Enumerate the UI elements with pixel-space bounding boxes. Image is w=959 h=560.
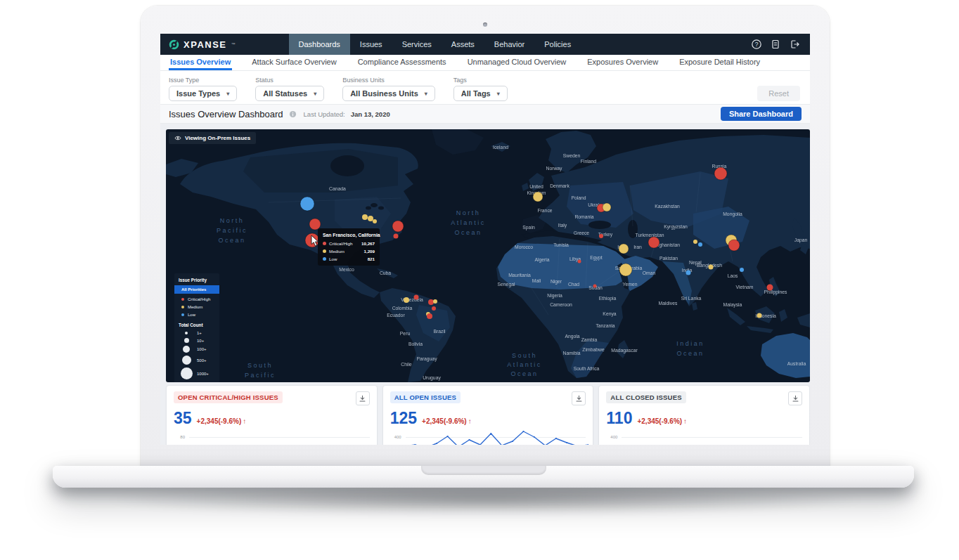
release-notes-icon[interactable] <box>770 39 781 50</box>
share-dashboard-button[interactable]: Share Dashboard <box>721 107 802 121</box>
issue-dot-red[interactable] <box>432 306 436 311</box>
nav-item-services[interactable]: Services <box>392 34 442 55</box>
issue-dot-yellow[interactable] <box>619 263 632 276</box>
tab-exposures-overview[interactable]: Exposures Overview <box>586 55 659 70</box>
country-label-senegal: Senegal <box>498 282 515 287</box>
issue-dot-yellow[interactable] <box>693 240 697 244</box>
issue-dot-red[interactable] <box>648 237 659 248</box>
legend-size-1: 1+ <box>179 330 215 337</box>
issue-dot-yellow[interactable] <box>404 297 409 303</box>
nav-item-behavior[interactable]: Behavior <box>484 34 534 55</box>
brand-logo[interactable]: XPANSE™ <box>160 34 244 55</box>
country-label-yemen: Yemen <box>623 282 638 287</box>
legend-size-label: 1+ <box>197 331 202 335</box>
ocean-label: Ocean <box>676 350 704 357</box>
country-label-egypt: Egypt <box>590 255 602 261</box>
issue-dot-yellow[interactable] <box>373 219 377 223</box>
country-label-kenya: Kenya <box>603 311 616 317</box>
download-button[interactable] <box>788 391 802 405</box>
issue-dot-red[interactable] <box>394 234 399 239</box>
card-value: 110 <box>606 409 632 427</box>
legend-priority-low[interactable]: Low <box>179 311 215 318</box>
issue-dot-blue[interactable] <box>740 268 744 272</box>
reset-button[interactable]: Reset <box>757 86 800 101</box>
stat-card-all-closed-issues: ALL CLOSED ISSUES110+2,345(-9.6%)↑400300 <box>598 385 810 445</box>
business-units-dropdown[interactable]: All Business Units▾ <box>342 86 435 101</box>
country-label-mexico: Mexico <box>339 267 354 272</box>
tooltip-row-label: Medium <box>329 249 345 254</box>
country-label-greece: Greece <box>574 230 590 235</box>
issue-dot-red[interactable] <box>578 260 581 263</box>
axis-tick-label: 80 <box>174 435 189 439</box>
tooltip-row-label: Critical/High <box>329 241 352 246</box>
issue-dot-blue[interactable] <box>686 271 691 275</box>
tags-dropdown[interactable]: All Tags▾ <box>453 86 508 101</box>
help-icon[interactable]: ? <box>751 39 762 50</box>
country-label-colombia: Colombia <box>392 306 413 311</box>
issue-dot-red[interactable] <box>428 299 434 305</box>
issue-dot-yellow[interactable] <box>362 214 368 220</box>
country-label-zambia: Zambia <box>581 337 598 342</box>
issue-dot-blue[interactable] <box>698 242 702 247</box>
legend-priority-critical-high[interactable]: Critical/High <box>179 295 215 303</box>
legend-priority-medium[interactable]: Medium <box>179 303 215 311</box>
world-issues-map[interactable]: NorthPacificOceanNorthAtlanticOceanSouth… <box>166 129 810 382</box>
issue-dot-yellow[interactable] <box>433 299 437 304</box>
country-label-cuba: Cuba <box>380 271 391 275</box>
brand-name: XPANSE <box>184 39 227 50</box>
issue-dot-yellow[interactable] <box>368 216 373 221</box>
axis-tick-label: 400 <box>606 435 622 439</box>
nav-item-issues[interactable]: Issues <box>350 34 392 55</box>
mouse-cursor <box>310 235 319 247</box>
tab-attack-surface-overview[interactable]: Attack Surface Overview <box>250 55 337 70</box>
card-mini-chart: 8060 <box>174 432 370 445</box>
tab-unmanaged-cloud-overview[interactable]: Unmanaged Cloud Overview <box>466 55 568 70</box>
filter-label: Business Units <box>342 77 435 84</box>
nav-utilities: ? <box>751 34 810 55</box>
card-delta: +2,345(-9.6%) <box>637 417 682 425</box>
legend-all-priorities[interactable]: All Priorities <box>174 285 219 294</box>
chevron-down-icon: ▾ <box>497 91 500 97</box>
country-label-norway: Norway <box>546 166 562 171</box>
status-dropdown[interactable]: All Statuses▾ <box>255 86 324 101</box>
issue-dot-yellow[interactable] <box>619 244 629 254</box>
tooltip-row-value: 10,267 <box>361 241 375 246</box>
legend-priority-label: Critical/High <box>188 297 210 301</box>
issue-dot-yellow[interactable] <box>757 313 762 318</box>
download-button[interactable] <box>572 391 586 405</box>
download-button[interactable] <box>356 391 370 405</box>
country-label-madagascar: Madagascar <box>611 348 638 353</box>
country-label-denmark: Denmark <box>550 183 569 188</box>
issue-dot-red[interactable] <box>593 285 597 288</box>
filter-group-business-units: Business UnitsAll Business Units▾ <box>342 77 435 101</box>
country-label-tanzania: Tanzania <box>596 323 614 328</box>
tab-compliance-assessments[interactable]: Compliance Assessments <box>356 55 448 70</box>
issue-dot-yellow[interactable] <box>709 265 714 270</box>
card-value-row: 35+2,345(-9.6%)↑ <box>174 409 370 427</box>
issue-dot-red[interactable] <box>392 221 404 232</box>
nav-item-dashboards[interactable]: Dashboards <box>289 34 350 55</box>
issue-dot-yellow[interactable] <box>603 203 611 211</box>
legend-size-label: 10+ <box>197 339 204 343</box>
ocean-label: Atlantic <box>507 361 542 368</box>
issue-dot-red[interactable] <box>728 240 740 251</box>
logout-icon[interactable] <box>789 39 800 50</box>
tab-issues-overview[interactable]: Issues Overview <box>169 55 232 70</box>
country-label-namibia: Namibia <box>563 351 581 356</box>
issue-type-dropdown[interactable]: Issue Types▾ <box>169 86 237 101</box>
nav-item-policies[interactable]: Policies <box>534 34 581 55</box>
legend-priority-title: Issue Priority <box>179 278 215 282</box>
card-value-row: 110+2,345(-9.6%)↑ <box>606 409 802 427</box>
country-label-cameroon: Cameroon <box>550 302 572 307</box>
tab-exposure-detail-history[interactable]: Exposure Detail History <box>678 55 761 70</box>
issue-dot-red[interactable] <box>714 167 727 180</box>
info-icon[interactable] <box>289 110 297 118</box>
filter-group-tags: TagsAll Tags▾ <box>453 77 508 101</box>
issue-dot-blue[interactable] <box>300 197 314 211</box>
issue-dot-yellow[interactable] <box>533 192 543 202</box>
issue-dot-red[interactable] <box>599 234 603 238</box>
issue-dot-red[interactable] <box>414 295 419 300</box>
issue-dot-red[interactable] <box>767 285 773 291</box>
nav-item-assets[interactable]: Assets <box>442 34 484 55</box>
issue-dot-red[interactable] <box>427 313 432 319</box>
